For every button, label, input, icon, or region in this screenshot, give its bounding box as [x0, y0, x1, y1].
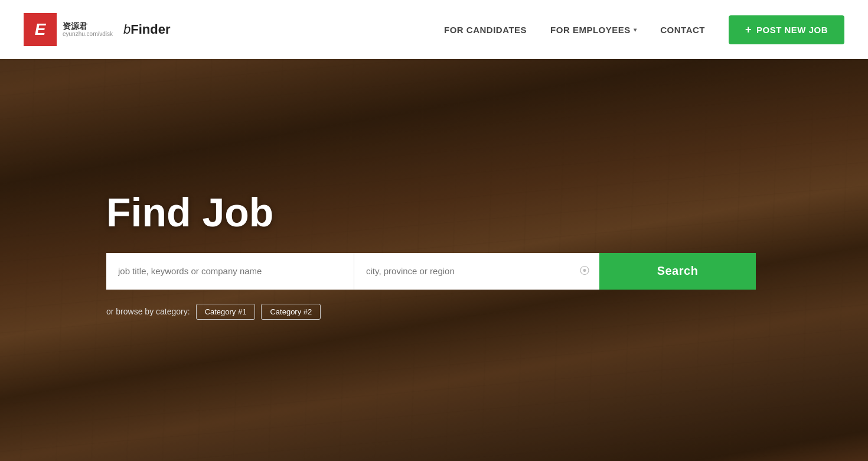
- hero-content: Find Job ⦿ Search or browse by category:…: [106, 189, 868, 320]
- search-bar: ⦿ Search: [106, 253, 756, 290]
- logo-area: E 资源君 eyunzhu.com/vdisk bFinder: [24, 13, 171, 46]
- location-wrapper: ⦿: [354, 253, 599, 290]
- post-job-button[interactable]: + POST NEW JOB: [729, 15, 844, 44]
- nav-contact[interactable]: CONTACT: [660, 25, 705, 35]
- nav-for-candidates[interactable]: FOR CANDIDATES: [444, 25, 527, 35]
- search-button[interactable]: Search: [599, 253, 756, 290]
- hero-title: Find Job: [106, 189, 868, 235]
- browse-row: or browse by category: Category #1 Categ…: [106, 304, 868, 320]
- logo-brand-name: Finder: [130, 22, 170, 37]
- logo-url: eyunzhu.com/vdisk: [63, 31, 113, 38]
- logo-chinese: 资源君: [63, 21, 113, 31]
- logo-brand: bFinder: [123, 22, 170, 37]
- plus-icon: +: [745, 24, 752, 36]
- browse-label: or browse by category:: [106, 307, 190, 316]
- hero-section: Find Job ⦿ Search or browse by category:…: [0, 0, 868, 461]
- job-search-input[interactable]: [106, 253, 354, 290]
- nav-for-employees[interactable]: FOR EMPLOYEES ▾: [550, 25, 637, 35]
- logo-letter: E: [35, 20, 46, 39]
- logo-box: E: [24, 13, 57, 46]
- logo-brand-prefix: b: [123, 22, 130, 37]
- category-tag-2[interactable]: Category #2: [261, 304, 321, 320]
- main-nav: FOR CANDIDATES FOR EMPLOYEES ▾ CONTACT +…: [444, 15, 844, 44]
- site-header: E 资源君 eyunzhu.com/vdisk bFinder FOR CAND…: [0, 0, 868, 59]
- category-tag-1[interactable]: Category #1: [196, 304, 256, 320]
- location-search-input[interactable]: [354, 253, 599, 290]
- chevron-down-icon: ▾: [634, 27, 637, 33]
- logo-text-block: 资源君 eyunzhu.com/vdisk: [63, 21, 113, 38]
